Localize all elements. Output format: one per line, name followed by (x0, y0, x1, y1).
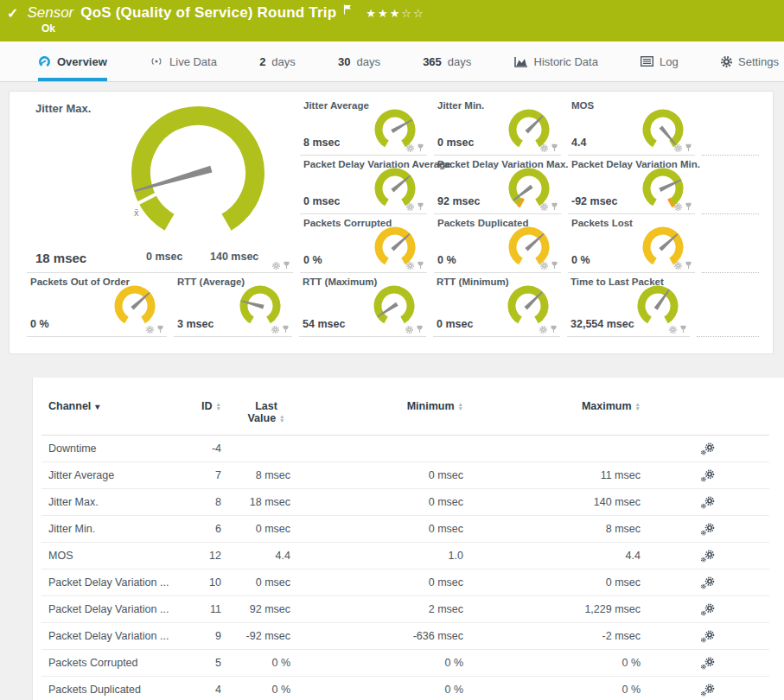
channel-settings-icon[interactable] (700, 523, 715, 536)
column-header-id[interactable]: ID▲▼ (193, 400, 223, 412)
gauge-value: 8 msec (303, 137, 340, 149)
gauge-gear-icon[interactable] (406, 262, 414, 270)
table-row-downtime: Downtime-4 (41, 436, 769, 462)
pin-icon[interactable] (416, 325, 424, 334)
table-row-packet-delay-variation: Packet Delay Variation ...100 msec0 msec… (41, 570, 769, 596)
pin-icon[interactable] (685, 143, 692, 152)
sort-arrows-icon[interactable]: ▲▼ (216, 403, 221, 411)
channel-name[interactable]: MOS (41, 550, 193, 562)
channel-name[interactable]: Packet Delay Variation ... (41, 603, 193, 615)
pin-icon[interactable] (417, 261, 424, 270)
divider (702, 156, 759, 214)
gauge-gear-icon[interactable] (539, 326, 547, 334)
sort-arrows-icon[interactable]: ▲▼ (279, 415, 284, 423)
average-marker-label: x̄ (134, 207, 139, 218)
pin-icon[interactable] (551, 202, 558, 211)
channel-minimum: 0 % (292, 684, 465, 696)
gauge-value: 0 msec (303, 195, 340, 207)
gauge-gear-icon[interactable] (674, 144, 682, 152)
pin-icon[interactable] (417, 202, 424, 211)
gauge-gear-icon[interactable] (540, 203, 548, 211)
gauge-gear-icon[interactable] (674, 203, 682, 211)
tab-live-data[interactable]: Live Data (150, 41, 217, 81)
channel-last-value: -92 msec (223, 630, 292, 642)
pin-icon[interactable] (417, 143, 424, 152)
gauge-gear-icon[interactable] (669, 326, 677, 334)
tab-historic-data[interactable]: Historic Data (514, 41, 598, 81)
gauge-gear-icon[interactable] (540, 262, 548, 270)
column-header-maximum[interactable]: Maximum▲▼ (465, 400, 642, 412)
pin-icon[interactable] (550, 325, 558, 334)
settings-icon (721, 56, 732, 67)
gauge-title: RTT (Average) (177, 277, 245, 287)
gauge-gear-icon[interactable] (406, 203, 414, 211)
pin-icon[interactable] (156, 325, 164, 334)
gauge-title: Packet Delay Variation Average (303, 159, 450, 169)
pin-icon[interactable] (283, 261, 290, 270)
pin-icon[interactable] (685, 202, 692, 211)
channel-last-value: 8 msec (223, 469, 292, 481)
tab-overview[interactable]: Overview (38, 41, 107, 81)
tab-2-days[interactable]: 2days (259, 41, 296, 81)
channel-settings-icon[interactable] (700, 442, 715, 455)
pin-icon[interactable] (282, 325, 290, 334)
tab-365-days[interactable]: 365days (423, 41, 471, 81)
channel-name[interactable]: Jitter Average (41, 469, 193, 481)
column-header-channel[interactable]: Channel▾ (41, 400, 193, 412)
live-data-icon (150, 55, 163, 67)
channel-name[interactable]: Packet Delay Variation ... (41, 576, 193, 589)
pin-icon[interactable] (551, 261, 558, 270)
channel-maximum: 4.4 (465, 550, 642, 562)
channel-settings-icon[interactable] (700, 469, 715, 482)
priority-stars[interactable]: ★★★☆☆ (366, 7, 424, 20)
gauge-value: 0 % (437, 254, 456, 266)
gauge-gear-icon[interactable] (674, 262, 682, 270)
gauge-gear-icon[interactable] (272, 262, 280, 270)
gauge-value: 0 msec (437, 137, 474, 149)
gauge-title: Time to Last Packet (570, 277, 664, 287)
channel-settings-icon[interactable] (700, 576, 715, 589)
divider (702, 97, 759, 156)
gauge-panel: Jitter Max. x̄ 18 msec 0 msec 140 msec J… (9, 91, 774, 354)
channel-id: 8 (193, 496, 223, 508)
channel-name[interactable]: Packet Delay Variation ... (41, 630, 193, 642)
gauge-gear-icon[interactable] (540, 144, 548, 152)
sort-arrows-icon[interactable]: ▲▼ (635, 403, 641, 411)
sort-caret-icon: ▾ (95, 402, 99, 411)
tab-settings[interactable]: Settings (721, 41, 779, 81)
tab-30-days[interactable]: 30days (338, 41, 380, 81)
tab-log[interactable]: Log (641, 41, 679, 81)
pin-icon[interactable] (685, 261, 692, 270)
pin-icon[interactable] (551, 143, 558, 152)
channel-name[interactable]: Jitter Min. (41, 523, 193, 535)
column-header-last-value[interactable]: Last Value▲▼ (242, 400, 292, 424)
pin-icon[interactable] (679, 325, 687, 334)
gauge-gear-icon[interactable] (406, 144, 414, 152)
channel-name[interactable]: Downtime (41, 442, 193, 455)
gauge-time-to-last-packet: Time to Last Packet32,554 msec (567, 273, 690, 337)
channel-settings-icon[interactable] (700, 630, 715, 643)
channel-name[interactable]: Jitter Max. (41, 496, 193, 508)
channel-name[interactable]: Packets Duplicated (41, 684, 193, 696)
object-kind: Sensor (27, 4, 73, 22)
flag-icon[interactable] (343, 4, 352, 15)
table-row-packet-delay-variation: Packet Delay Variation ...1192 msec2 mse… (41, 596, 769, 623)
gauge-gear-icon[interactable] (146, 326, 154, 334)
status-check-icon: ✓ (7, 5, 18, 22)
table-header-row: Channel▾ID▲▼Last Value▲▼Minimum▲▼Maximum… (41, 378, 769, 436)
channel-settings-icon[interactable] (700, 550, 715, 563)
gauge-gear-icon[interactable] (405, 326, 413, 334)
channel-settings-icon[interactable] (700, 496, 715, 509)
gauge-value: 0 % (571, 254, 590, 266)
channel-name[interactable]: Packets Corrupted (41, 657, 193, 669)
gauge-jitter-average: Jitter Average8 msec (300, 97, 427, 156)
sort-arrows-icon[interactable]: ▲▼ (458, 403, 463, 411)
gauge-title: RTT (Minimum) (437, 277, 509, 287)
channel-settings-icon[interactable] (700, 684, 715, 697)
gauge-gear-icon[interactable] (271, 326, 279, 334)
channel-settings-icon[interactable] (700, 603, 715, 616)
channel-settings-icon[interactable] (700, 657, 715, 670)
divider (702, 214, 759, 273)
column-header-minimum[interactable]: Minimum▲▼ (292, 400, 465, 412)
channel-id: 12 (193, 550, 223, 562)
